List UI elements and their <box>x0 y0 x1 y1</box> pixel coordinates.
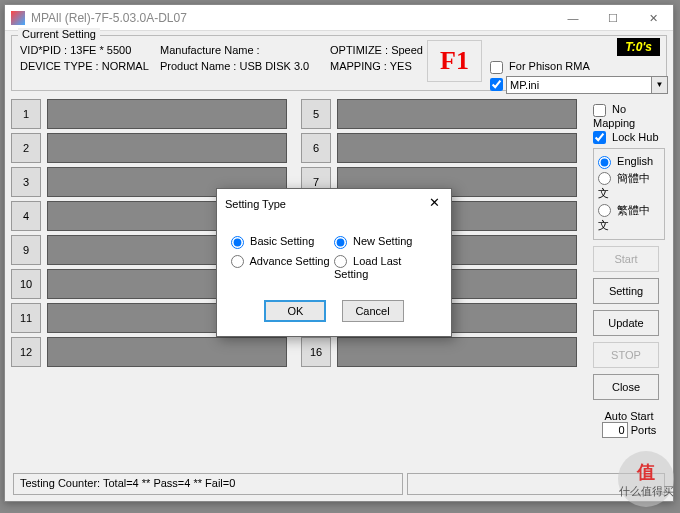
current-setting-group: Current Setting VID*PID : 13FE * 5500 Ma… <box>11 35 667 91</box>
slot-row: 1 <box>11 99 287 129</box>
autostart-input[interactable] <box>602 422 628 438</box>
slot-number-16[interactable]: 16 <box>301 337 331 367</box>
for-phison-checkbox[interactable]: For Phison RMA <box>490 60 658 74</box>
mpini-combo[interactable] <box>506 76 652 94</box>
setting-type-dialog: Setting Type ✕ Basic Setting Advance Set… <box>216 188 452 337</box>
update-button[interactable]: Update <box>593 310 659 336</box>
autostart-group: Auto Start Ports <box>593 410 665 438</box>
maximize-button[interactable]: ☐ <box>593 5 633 31</box>
cancel-button[interactable]: Cancel <box>342 300 404 322</box>
minimize-button[interactable]: — <box>553 5 593 31</box>
chevron-down-icon[interactable]: ▼ <box>652 76 668 94</box>
map-label: MAPPING : <box>330 60 387 72</box>
side-panel: No Mapping Lock Hub English 簡體中文 繁體中文 St… <box>593 101 665 438</box>
slot-number-4[interactable]: 4 <box>11 201 41 231</box>
testing-counter: Testing Counter: Total=4 ** Pass=4 ** Fa… <box>13 473 403 495</box>
map-value: YES <box>390 60 412 72</box>
slot-box-6[interactable] <box>337 133 577 163</box>
slot-number-3[interactable]: 3 <box>11 167 41 197</box>
setting-button[interactable]: Setting <box>593 278 659 304</box>
slot-box-2[interactable] <box>47 133 287 163</box>
prod-value: USB DISK 3.0 <box>239 60 309 72</box>
slot-row: 6 <box>301 133 577 163</box>
new-setting-radio[interactable]: New Setting <box>334 235 437 249</box>
slot-box-1[interactable] <box>47 99 287 129</box>
slot-row: 5 <box>301 99 577 129</box>
slot-number-1[interactable]: 1 <box>11 99 41 129</box>
mpini-row: ▼ <box>490 76 658 94</box>
lang-english-radio[interactable]: English <box>598 155 660 169</box>
lang-tc-radio[interactable]: 繁體中文 <box>598 203 660 233</box>
window-title: MPAll (Rel)-7F-5.03.0A-DL07 <box>31 11 553 25</box>
stop-button[interactable]: STOP <box>593 342 659 368</box>
titlebar[interactable]: MPAll (Rel)-7F-5.03.0A-DL07 — ☐ ✕ <box>5 5 673 31</box>
slot-row: 2 <box>11 133 287 163</box>
slot-number-9[interactable]: 9 <box>11 235 41 265</box>
slot-number-12[interactable]: 12 <box>11 337 41 367</box>
slot-number-5[interactable]: 5 <box>301 99 331 129</box>
prod-label: Product Name : <box>160 60 236 72</box>
mpini-checkbox[interactable] <box>490 78 503 91</box>
basic-setting-radio[interactable]: Basic Setting <box>231 235 334 249</box>
devtype-label: DEVICE TYPE : <box>20 60 99 72</box>
slot-number-11[interactable]: 11 <box>11 303 41 333</box>
slot-row: 12 <box>11 337 287 367</box>
timer-badge: T:0's <box>617 38 660 56</box>
slot-box-16[interactable] <box>337 337 577 367</box>
f1-indicator: F1 <box>427 40 482 82</box>
slot-box-12[interactable] <box>47 337 287 367</box>
app-icon <box>11 11 25 25</box>
vidpid-value: 13FE * 5500 <box>70 44 131 56</box>
dialog-close-button[interactable]: ✕ <box>425 195 443 213</box>
slot-row: 16 <box>301 337 577 367</box>
watermark: 值 什么值得买 <box>618 451 674 507</box>
start-button[interactable]: Start <box>593 246 659 272</box>
opt-value: Speed <box>391 44 423 56</box>
current-setting-legend: Current Setting <box>18 28 100 40</box>
slot-number-2[interactable]: 2 <box>11 133 41 163</box>
ok-button[interactable]: OK <box>264 300 326 322</box>
close-button[interactable]: Close <box>593 374 659 400</box>
load-last-setting-radio[interactable]: Load Last Setting <box>334 255 437 281</box>
vidpid-label: VID*PID : <box>20 44 67 56</box>
mfg-label: Manufacture Name : <box>160 44 260 56</box>
opt-label: OPTIMIZE : <box>330 44 388 56</box>
advance-setting-radio[interactable]: Advance Setting <box>231 255 334 269</box>
slot-number-6[interactable]: 6 <box>301 133 331 163</box>
dialog-title: Setting Type <box>225 198 425 210</box>
lock-hub-checkbox[interactable]: Lock Hub <box>593 131 665 145</box>
autostart-suffix: Ports <box>631 424 657 436</box>
lang-sc-radio[interactable]: 簡體中文 <box>598 171 660 201</box>
window-close-button[interactable]: ✕ <box>633 5 673 31</box>
autostart-label: Auto Start <box>593 410 665 422</box>
no-mapping-checkbox[interactable]: No Mapping <box>593 103 665 129</box>
slot-box-5[interactable] <box>337 99 577 129</box>
footer: Testing Counter: Total=4 ** Pass=4 ** Fa… <box>13 473 665 495</box>
devtype-value: NORMAL <box>102 60 149 72</box>
slot-number-10[interactable]: 10 <box>11 269 41 299</box>
